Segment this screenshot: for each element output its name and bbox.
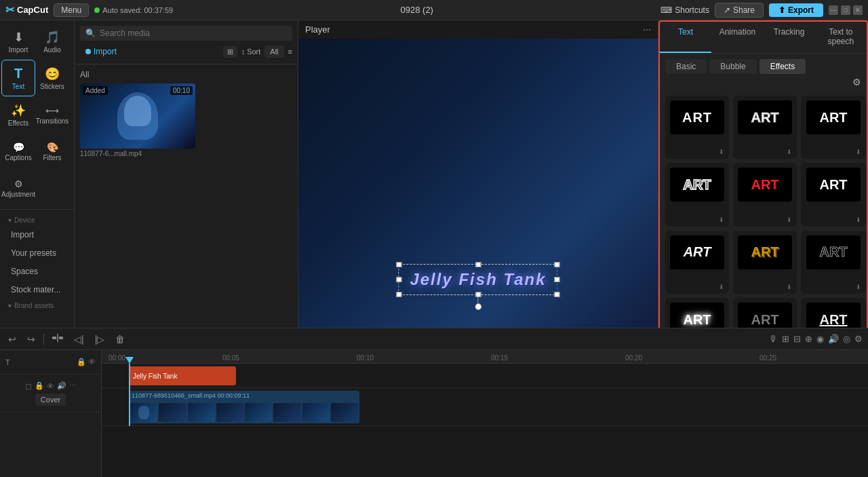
sidebar-item-stock[interactable]: Stock mater... <box>3 281 71 299</box>
tool-effects[interactable]: ✨ Effects <box>1 96 35 133</box>
effect-card-5[interactable]: ART ⬇ <box>733 163 797 226</box>
subtab-effects[interactable]: Effects <box>760 59 806 74</box>
text-clip[interactable]: Jelly Fish Tank <box>129 366 236 385</box>
menu-button[interactable]: Menu <box>54 3 89 17</box>
shortcuts-button[interactable]: ⌨ Shortcuts <box>660 5 709 15</box>
effect-art-3: ART <box>819 110 847 126</box>
effect-art-2: ART <box>751 110 778 126</box>
import-button[interactable]: Import <box>80 45 122 58</box>
tool-import[interactable]: ⬇ Import <box>1 23 35 60</box>
effect-card-6[interactable]: ART ⬇ <box>801 163 866 226</box>
tl-tool-3[interactable]: ⊕ <box>805 334 812 344</box>
share-button[interactable]: ↗ Share <box>715 3 764 18</box>
effect-art-5: ART <box>751 177 778 193</box>
tool-stickers[interactable]: 😊 Stickers <box>35 60 69 96</box>
tl-tool-5[interactable]: 🔊 <box>828 334 839 344</box>
cover-button[interactable]: Cover <box>35 394 66 406</box>
close-button[interactable]: ✕ <box>853 5 863 15</box>
text-overlay-container[interactable]: Jelly Fish Tank <box>398 264 557 295</box>
effect-card-2[interactable]: ART ⬇ <box>733 96 797 159</box>
handle-tc[interactable] <box>475 262 481 267</box>
redo-button[interactable]: ↪ <box>24 332 38 346</box>
video-track-icon3[interactable]: 👁 <box>47 382 54 390</box>
export-button[interactable]: ⬆ Export <box>769 3 823 17</box>
grid-view-btn[interactable]: ⊞ <box>223 46 237 58</box>
tl-settings[interactable]: ⚙ <box>854 334 863 344</box>
window-controls: — □ ✕ <box>829 5 863 15</box>
tool-text[interactable]: T Text <box>1 60 35 96</box>
eye-text-icon[interactable]: 👁 <box>88 358 96 366</box>
video-clip[interactable]: 110877-689510466_small.mp4 00:00:09:11 <box>129 391 359 423</box>
sidebar-item-presets[interactable]: Your presets <box>3 244 71 262</box>
filter-icon[interactable]: ≡ <box>288 47 292 56</box>
logo-text: CapCut <box>17 5 48 15</box>
tab-text[interactable]: Text <box>660 22 711 53</box>
effect-card-4[interactable]: ART ⬇ <box>665 163 729 226</box>
effect-card-9[interactable]: ART ⬇ <box>801 231 866 294</box>
sidebar-brand-label: Brand assets <box>14 302 54 309</box>
timeline-tracks-area: Jelly Fish Tank 110877-689510466_small.m… <box>102 364 868 426</box>
media-item[interactable]: Added 00:10 110877-6...mall.mp4 <box>80 83 195 157</box>
effect-card-8[interactable]: ART ⬇ <box>733 231 797 294</box>
handle-bl[interactable] <box>396 292 401 297</box>
thumb-5 <box>245 403 272 422</box>
maximize-button[interactable]: □ <box>841 5 850 15</box>
handle-tl[interactable] <box>396 262 401 267</box>
effects-filter-icon[interactable]: ⚙ <box>852 77 861 88</box>
sidebar-item-import[interactable]: Import <box>3 226 71 244</box>
effects-subtabs: Basic Bubble Effects <box>660 54 867 77</box>
video-track-icon5[interactable]: ⋯ <box>69 381 77 390</box>
effect-card-3[interactable]: ART ⬇ <box>801 96 866 159</box>
tl-tool-4[interactable]: ◉ <box>816 334 824 344</box>
subtab-bubble[interactable]: Bubble <box>709 59 756 74</box>
tool-captions[interactable]: 💬 Captions <box>1 133 35 170</box>
tl-tool-2[interactable]: ⊟ <box>793 334 801 344</box>
delete-button[interactable]: 🗑 <box>113 332 127 346</box>
tab-tracking[interactable]: Tracking <box>764 22 815 53</box>
trim-start-button[interactable]: ◁| <box>71 332 87 346</box>
sidebar-item-spaces[interactable]: Spaces <box>3 263 71 280</box>
sort-button[interactable]: ↕ Sort <box>241 47 261 56</box>
subtab-basic[interactable]: Basic <box>665 59 707 74</box>
sidebar-brand-section[interactable]: ▾ Brand assets <box>0 299 74 311</box>
thumb-jelly-1 <box>138 406 149 419</box>
handle-tr[interactable] <box>555 262 560 267</box>
effect-card-7[interactable]: ART ⬇ <box>665 231 729 294</box>
tool-transitions[interactable]: ⟷ Transitions <box>35 96 69 133</box>
handle-mr[interactable] <box>555 277 560 282</box>
all-filter-button[interactable]: All <box>264 45 283 58</box>
tool-filters[interactable]: 🎨 Filters <box>35 133 69 170</box>
handle-br[interactable] <box>555 292 560 297</box>
handle-ml[interactable] <box>396 277 401 282</box>
duration-badge: 00:10 <box>170 86 193 95</box>
download-6: ⬇ <box>856 216 861 223</box>
sidebar-device-section[interactable]: ▾ Device <box>0 214 74 225</box>
mic-button[interactable]: 🎙 <box>769 334 778 344</box>
video-track-icon4[interactable]: 🔊 <box>57 381 66 390</box>
split-button[interactable] <box>50 331 66 347</box>
video-clip-info: 110877-689510466_small.mp4 00:00:09:11 <box>132 392 250 399</box>
effect-card-1[interactable]: ART ⬇ <box>665 96 729 159</box>
media-header: 🔍 Import ⊞ ↕ Sort <box>75 20 298 64</box>
lock-text-icon[interactable]: 🔒 <box>77 358 86 366</box>
trim-end-button[interactable]: |▷ <box>92 332 108 346</box>
effect-art-11: ART <box>751 312 778 328</box>
tl-tool-6[interactable]: ◎ <box>843 334 850 344</box>
minimize-button[interactable]: — <box>829 5 838 15</box>
tl-tool-1[interactable]: ⊞ <box>782 334 789 344</box>
sidebar-spaces-label: Spaces <box>11 267 38 276</box>
undo-button[interactable]: ↩ <box>5 332 19 346</box>
player-menu-icon[interactable]: ⋯ <box>643 25 651 35</box>
video-track-icon2[interactable]: 🔒 <box>35 381 44 390</box>
tab-animation[interactable]: Animation <box>711 22 763 53</box>
tool-adjustment[interactable]: ⚙ Adjustment <box>1 170 35 206</box>
tool-audio[interactable]: 🎵 Audio <box>35 23 69 60</box>
effect-preview-1: ART <box>670 100 724 134</box>
rotate-handle[interactable] <box>475 303 481 310</box>
tab-text-to-speech[interactable]: Text to speech <box>815 22 867 53</box>
download-5: ⬇ <box>787 216 792 223</box>
video-track-icon1[interactable]: ◻ <box>25 381 32 391</box>
project-title: 0928 (2) <box>178 5 655 15</box>
search-input[interactable] <box>100 28 287 38</box>
share-icon: ↗ <box>724 5 730 15</box>
